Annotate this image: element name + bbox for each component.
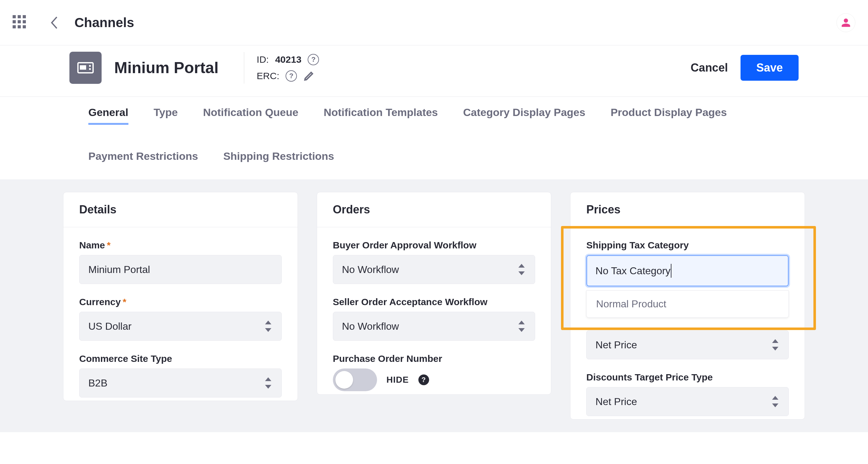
chevron-sort-icon [771, 339, 780, 351]
id-value: 40213 [275, 54, 301, 65]
apps-icon[interactable] [12, 15, 28, 30]
site-type-select[interactable]: B2B [79, 368, 282, 397]
chevron-sort-icon [264, 321, 273, 332]
chevron-sort-icon [517, 321, 526, 332]
erc-label: ERC: [257, 71, 280, 81]
site-type-label: Commerce Site Type [79, 353, 282, 364]
tab-payment-restrictions[interactable]: Payment Restrictions [88, 150, 198, 167]
dropdown-option[interactable]: Normal Product [587, 291, 788, 318]
tab-category-display-pages[interactable]: Category Display Pages [463, 106, 585, 125]
tab-shipping-restrictions[interactable]: Shipping Restrictions [223, 150, 334, 167]
tab-type[interactable]: Type [154, 106, 178, 125]
card-title: Details [63, 192, 298, 227]
help-icon[interactable]: ? [285, 70, 297, 81]
shipping-tax-label: Shipping Tax Category [586, 240, 789, 251]
main-content: Details Name* Minium Portal Currency* US… [0, 179, 868, 432]
discounts-target-label: Discounts Target Price Type [586, 372, 789, 383]
meta-block: ID: 40213 ? ERC: ? [257, 54, 319, 81]
id-label: ID: [257, 54, 269, 65]
orders-card: Orders Buyer Order Approval Workflow No … [317, 192, 552, 395]
top-bar: Channels [0, 0, 868, 45]
buyer-workflow-label: Buyer Order Approval Workflow [333, 240, 535, 251]
user-avatar[interactable] [836, 13, 856, 32]
po-number-toggle[interactable] [333, 368, 377, 391]
details-card: Details Name* Minium Portal Currency* US… [63, 192, 298, 401]
chevron-sort-icon [517, 264, 526, 275]
po-number-label: Purchase Order Number [333, 353, 535, 364]
site-icon [69, 52, 102, 84]
currency-select[interactable]: US Dollar [79, 312, 282, 341]
svg-point-2 [89, 65, 91, 67]
chevron-sort-icon [771, 396, 780, 407]
name-input[interactable]: Minium Portal [79, 255, 282, 284]
name-label: Name* [79, 240, 282, 251]
prices-card: Prices Shipping Tax Category No Tax Cate… [570, 192, 805, 420]
seller-workflow-label: Seller Order Acceptance Workflow [333, 297, 535, 307]
card-title: Prices [570, 192, 805, 227]
page-section-title: Channels [74, 15, 134, 30]
buyer-workflow-select[interactable]: No Workflow [333, 255, 535, 284]
page-title: Minium Portal [114, 59, 219, 77]
currency-label: Currency* [79, 297, 282, 307]
toggle-state-label: HIDE [386, 375, 409, 385]
discounts-target-select[interactable]: Net Price [586, 387, 789, 416]
shipping-tax-combobox[interactable]: No Tax Category [586, 255, 789, 287]
tab-notification-templates[interactable]: Notification Templates [324, 106, 438, 125]
seller-workflow-select[interactable]: No Workflow [333, 312, 535, 341]
help-icon[interactable]: ? [308, 54, 319, 65]
chevron-sort-icon [264, 377, 273, 389]
help-icon[interactable]: ? [418, 374, 429, 385]
svg-point-3 [89, 68, 91, 70]
shipping-tax-dropdown: Normal Product [586, 290, 789, 318]
tab-product-display-pages[interactable]: Product Display Pages [611, 106, 726, 125]
back-button[interactable] [47, 15, 62, 30]
tab-general[interactable]: General [88, 106, 128, 125]
card-title: Orders [317, 192, 551, 227]
cancel-button[interactable]: Cancel [691, 61, 728, 74]
svg-rect-1 [80, 65, 86, 70]
price-type-select[interactable]: Net Price [586, 330, 789, 359]
divider [244, 52, 244, 84]
page-header: Minium Portal ID: 40213 ? ERC: ? Cancel … [0, 45, 868, 97]
tab-notification-queue[interactable]: Notification Queue [203, 106, 298, 125]
edit-icon[interactable] [303, 70, 315, 81]
tabs: GeneralTypeNotification QueueNotificatio… [0, 97, 868, 179]
save-button[interactable]: Save [741, 55, 799, 81]
